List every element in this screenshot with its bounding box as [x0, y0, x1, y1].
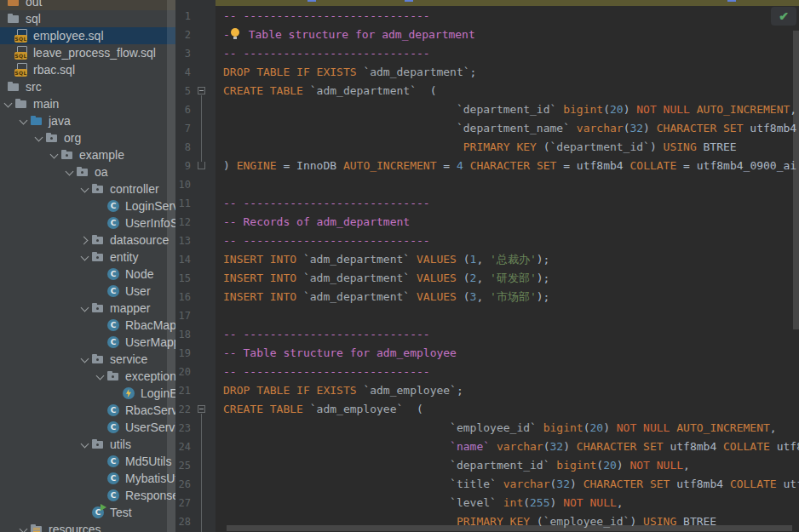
package-icon	[106, 369, 120, 383]
code-line-3[interactable]: 3-- ----------------------------	[175, 44, 799, 63]
chevron-down-icon[interactable]	[2, 96, 14, 112]
project-tree-scrollbar[interactable]	[167, 0, 175, 532]
tree-item-resources[interactable]: resources	[0, 521, 175, 532]
tree-item-label: java	[49, 114, 71, 128]
code-line-26[interactable]: 26 `title` varchar(32) CHARACTER SET utf…	[175, 475, 799, 494]
tree-item-userservic[interactable]: UserServic	[0, 419, 175, 436]
tree-item-rbac-sql[interactable]: SQLrbac.sql	[0, 61, 175, 78]
tab-text-artifact	[308, 0, 316, 2]
tree-item-mybatisut[interactable]: MybatisUt	[0, 470, 175, 487]
tree-item-rbacmapp[interactable]: RbacMapp	[0, 317, 175, 334]
chevron-down-icon[interactable]	[32, 130, 45, 146]
dot-mark	[50, 137, 53, 140]
code-line-5[interactable]: 5CREATE TABLE `adm_department` (	[175, 82, 799, 100]
tree-item-exception[interactable]: exception	[0, 368, 175, 385]
code-line-22[interactable]: 22CREATE TABLE `adm_employee` (	[175, 400, 799, 419]
fold-region-line	[201, 95, 202, 163]
chevron-down-icon[interactable]	[17, 522, 30, 532]
code-line-19[interactable]: 19-- Table structure for adm_employee	[175, 344, 799, 363]
chevron-spacer	[94, 215, 106, 231]
tree-item-service[interactable]: service	[0, 351, 175, 368]
code-line-18[interactable]: 18-- ----------------------------	[175, 325, 799, 344]
tree-item-test[interactable]: Test	[0, 504, 175, 521]
tree-item-org[interactable]: org	[0, 129, 175, 146]
tree-item-loginex[interactable]: LoginEx	[0, 385, 175, 402]
tree-item-node[interactable]: Node	[0, 266, 175, 283]
code-text: CREATE TABLE `adm_department` (	[223, 82, 436, 100]
chevron-spacer	[94, 454, 106, 469]
tree-item-responseu[interactable]: ResponseU	[0, 487, 175, 504]
code-line-10[interactable]: 10	[175, 175, 799, 194]
code-line-14[interactable]: 14INSERT INTO `adm_department` VALUES (1…	[175, 250, 799, 269]
code-line-13[interactable]: 13-- ----------------------------	[175, 232, 799, 250]
chevron-down-icon[interactable]	[78, 181, 91, 197]
editor-vertical-scrollbar[interactable]	[793, 31, 799, 329]
tree-item-mapper[interactable]: mapper	[0, 300, 175, 317]
dot-mark	[112, 375, 114, 378]
code-line-21[interactable]: 21DROP TABLE IF EXISTS `adm_employee`;	[175, 381, 799, 400]
tree-item-entity[interactable]: entity	[0, 249, 175, 266]
code-line-12[interactable]: 12-- Records of adm_department	[175, 213, 799, 232]
tree-item-java[interactable]: java	[0, 112, 175, 129]
tree-item-src[interactable]: src	[0, 78, 175, 95]
code-line-23[interactable]: 23 `employee_id` bigint(20) NOT NULL AUT…	[175, 419, 799, 438]
code-line-27[interactable]: 27 `level` int(255) NOT NULL,	[175, 494, 799, 512]
fold-marker-start[interactable]	[198, 87, 205, 94]
tree-item-label: resources	[49, 523, 101, 532]
dot-mark	[96, 443, 99, 446]
chevron-down-icon[interactable]	[78, 437, 91, 452]
tree-item-label: Node	[125, 267, 153, 281]
code-text: `department_name` varchar(32) CHARACTER …	[223, 119, 796, 138]
tree-item-example[interactable]: example	[0, 146, 175, 163]
fold-marker-start[interactable]	[198, 405, 205, 413]
folder-icon	[14, 97, 28, 111]
code-area[interactable]: 1-- ----------------------------2- Table…	[175, 7, 799, 531]
code-line-2[interactable]: 2- Table structure for adm_department	[175, 26, 799, 44]
code-line-24[interactable]: 24 `name` varchar(32) CHARACTER SET utf8…	[175, 438, 799, 456]
intention-bulb-icon[interactable]	[231, 28, 241, 40]
tree-item-controller[interactable]: controller	[0, 180, 175, 197]
code-text: `department_id` bigint(20) NOT NULL AUTO…	[223, 100, 796, 119]
editor-horizontal-scrollbar[interactable]	[227, 525, 792, 531]
project-tree-panel: outsqlSQLemployee.sqlSQLleave_process_fl…	[0, 0, 175, 532]
tree-item-out[interactable]: out	[0, 0, 175, 10]
tree-item-oa[interactable]: oa	[0, 163, 175, 180]
chevron-down-icon[interactable]	[78, 352, 91, 367]
code-line-25[interactable]: 25 `department_id` bigint(20) NOT NULL,	[175, 456, 799, 475]
inspections-widget[interactable]: ✔	[771, 7, 796, 26]
tree-item-usermapp[interactable]: UserMapp	[0, 334, 175, 351]
code-line-20[interactable]: 20-- ----------------------------	[175, 363, 799, 381]
code-line-17[interactable]: 17	[175, 306, 799, 325]
tree-item-sql[interactable]: sql	[0, 10, 175, 27]
fold-marker-end[interactable]	[198, 162, 205, 169]
tree-item-main[interactable]: main	[0, 95, 175, 112]
code-line-7[interactable]: 7 `department_name` varchar(32) CHARACTE…	[175, 119, 799, 138]
tree-item-rbacservic[interactable]: RbacServic	[0, 402, 175, 419]
dot-mark	[81, 171, 83, 174]
code-line-4[interactable]: 4DROP TABLE IF EXISTS `adm_department`;	[175, 63, 799, 82]
editor-pane[interactable]: 1-- ----------------------------2- Table…	[175, 0, 799, 532]
tree-item-leave-process-flow-sql[interactable]: SQLleave_process_flow.sql	[0, 44, 175, 61]
chevron-down-icon[interactable]	[48, 147, 60, 163]
tree-item-md5utils[interactable]: Md5Utils	[0, 453, 175, 470]
code-line-1[interactable]: 1-- ----------------------------	[175, 7, 799, 26]
chevron-down-icon[interactable]	[63, 164, 76, 180]
chevron-right-icon[interactable]	[78, 232, 91, 248]
chevron-down-icon[interactable]	[78, 300, 91, 316]
chevron-down-icon[interactable]	[94, 369, 106, 384]
tree-item-utils[interactable]: utils	[0, 436, 175, 453]
tree-item-user[interactable]: User	[0, 283, 175, 300]
tree-item-userinfose[interactable]: UserInfoSe	[0, 215, 175, 232]
code-line-16[interactable]: 16INSERT INTO `adm_department` VALUES (3…	[175, 288, 799, 306]
chevron-down-icon[interactable]	[78, 249, 91, 265]
code-line-6[interactable]: 6 `department_id` bigint(20) NOT NULL AU…	[175, 100, 799, 119]
code-line-11[interactable]: 11-- ----------------------------	[175, 194, 799, 213]
tree-item-employee-sql[interactable]: SQLemployee.sql	[0, 27, 175, 44]
chevron-down-icon[interactable]	[17, 113, 30, 129]
tree-item-loginservl[interactable]: LoginServl	[0, 197, 175, 215]
code-line-8[interactable]: 8 PRIMARY KEY (`department_id`) USING BT…	[175, 138, 799, 157]
code-line-9[interactable]: 9) ENGINE = InnoDB AUTO_INCREMENT = 4 CH…	[175, 157, 799, 175]
tree-item-datasource[interactable]: datasource	[0, 232, 175, 249]
code-line-15[interactable]: 15INSERT INTO `adm_department` VALUES (2…	[175, 269, 799, 288]
package-icon	[91, 301, 105, 315]
